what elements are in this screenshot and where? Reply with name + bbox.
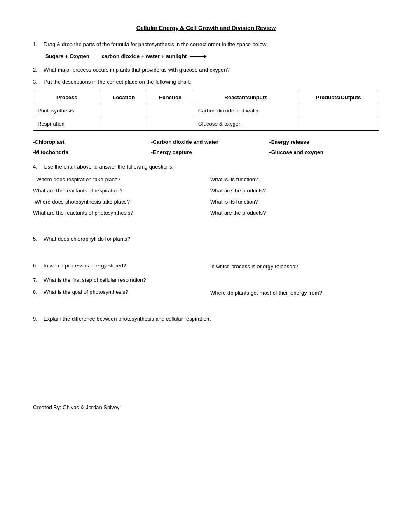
q8-right-text: Where do plants get most of their energy…: [210, 289, 379, 301]
row1-reactants: Carbon dioxide and water: [194, 104, 298, 117]
q4-item-3-right: What are the products?: [210, 209, 379, 217]
q4-item-2-left: -Where does photosynthesis take place?: [33, 198, 202, 206]
formula-left: Sugars + Oxygen: [45, 53, 89, 59]
table-row: Respiration Glucose & oxygen: [33, 117, 379, 131]
q4-item-0-right: What is its function?: [210, 176, 379, 183]
q4-item-1-right: What are the products?: [210, 187, 379, 195]
q6-row: 6. In which process is energy stored? In…: [33, 262, 379, 274]
q4-item-0-left: - Where does respiration take place?: [33, 176, 202, 183]
question-9: 9. Explain the difference between photos…: [33, 316, 379, 322]
footer: Created By: Chivas & Jordan Spivey: [33, 404, 379, 410]
drag-word-3[interactable]: -Mitochondria: [33, 149, 143, 155]
col-reactants: Reactants/Inputs: [194, 91, 298, 104]
formula-right: carbon dioxide + water + sunlight: [102, 53, 207, 59]
q7-text: What is the first step of cellular respi…: [44, 277, 379, 283]
arrow-icon: [190, 56, 206, 57]
drag-word-4[interactable]: -Energy capture: [151, 149, 261, 155]
q8-left-text: What is the goal of photosynthesis?: [44, 289, 202, 295]
q5-text: What does chlorophyll do for plants?: [44, 236, 379, 242]
q4-item-2-right: What is its function?: [210, 198, 379, 206]
col-process: Process: [33, 91, 101, 104]
formula-right-text: carbon dioxide + water + sunlight: [102, 53, 187, 59]
drag-word-0[interactable]: -Chloroplast: [33, 139, 143, 145]
drag-word-2[interactable]: -Energy release: [269, 139, 379, 145]
drag-word-1[interactable]: -Carbon dioxide and water: [151, 139, 261, 145]
row2-products: [298, 117, 379, 131]
row1-products: [298, 104, 379, 117]
row2-reactants: Glucose & oxygen: [194, 117, 298, 131]
table-row: Photosynthesis Carbon dioxide and water: [33, 104, 379, 117]
question-8-left: 8. What is the goal of photosynthesis?: [33, 289, 202, 295]
question-5: 5. What does chlorophyll do for plants?: [33, 236, 379, 242]
col-location: Location: [101, 91, 147, 104]
question-4: 4. Use the chart above to answer the fol…: [33, 164, 379, 170]
page-title: Cellular Energy & Cell Growth and Divisi…: [33, 25, 379, 31]
q4-number: 4.: [33, 164, 41, 170]
question-6-left: 6. In which process is energy stored?: [33, 262, 202, 269]
question-1: 1. Drag & drop the parts of the formula …: [33, 41, 379, 47]
q1-number: 1.: [33, 41, 41, 47]
question-3: 3. Put the descriptions in the correct p…: [33, 79, 379, 85]
row1-process: Photosynthesis: [33, 104, 101, 117]
q3-text: Put the descriptions in the correct plac…: [44, 79, 379, 85]
q2-text: What major process occurs in plants that…: [44, 67, 379, 73]
row2-location: [101, 117, 147, 131]
q4-text: Use the chart above to answer the follow…: [44, 164, 379, 170]
q8-number: 8.: [33, 289, 41, 295]
question-7: 7. What is the first step of cellular re…: [33, 277, 379, 283]
q6-right-text: In which process is energy released?: [210, 262, 379, 274]
col-products: Products/Outputs: [298, 91, 379, 104]
formula-section: Sugars + Oxygen carbon dioxide + water +…: [45, 53, 379, 59]
q9-text: Explain the difference between photosynt…: [44, 316, 379, 322]
q2-number: 2.: [33, 67, 41, 73]
q6-number: 6.: [33, 262, 41, 269]
row2-function: [147, 117, 194, 131]
q8-row: 8. What is the goal of photosynthesis? W…: [33, 289, 379, 301]
q4-item-3-left: What are the reactants of photosynthesis…: [33, 209, 202, 217]
row1-function: [147, 104, 194, 117]
q6-left-text: In which process is energy stored?: [44, 262, 202, 269]
q4-item-1-left: What are the reactants of respiration?: [33, 187, 202, 195]
q7-number: 7.: [33, 277, 41, 283]
row2-process: Respiration: [33, 117, 101, 131]
row1-location: [101, 104, 147, 117]
q5-number: 5.: [33, 236, 41, 242]
q3-number: 3.: [33, 79, 41, 85]
drag-word-5[interactable]: -Glucose and oxygen: [269, 149, 379, 155]
q9-number: 9.: [33, 316, 41, 322]
col-function: Function: [147, 91, 194, 104]
q4-items: - Where does respiration take place? Wha…: [33, 176, 379, 217]
drag-words-section: -Chloroplast -Carbon dioxide and water -…: [33, 139, 379, 155]
question-2: 2. What major process occurs in plants t…: [33, 67, 379, 73]
q1-text: Drag & drop the parts of the formula for…: [44, 41, 379, 47]
process-table: Process Location Function Reactants/Inpu…: [33, 91, 379, 131]
table-header-row: Process Location Function Reactants/Inpu…: [33, 91, 379, 104]
